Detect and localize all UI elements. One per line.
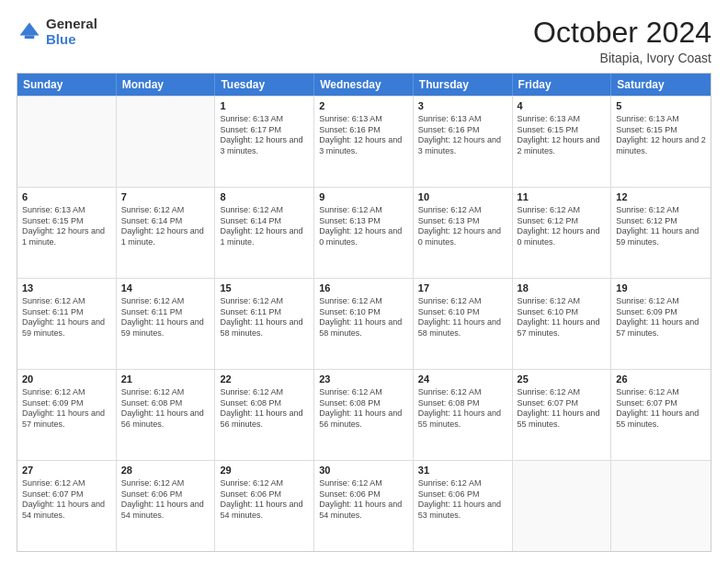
cell-info: Sunrise: 6:12 AM Sunset: 6:08 PM Dayligh… (319, 387, 408, 431)
cell-info: Sunrise: 6:12 AM Sunset: 6:09 PM Dayligh… (22, 387, 111, 431)
weekday-header: Friday (513, 74, 612, 96)
day-number: 25 (518, 373, 607, 386)
day-number: 3 (418, 99, 507, 113)
calendar-cell: 17Sunrise: 6:12 AM Sunset: 6:10 PM Dayli… (414, 279, 513, 369)
cell-info: Sunrise: 6:12 AM Sunset: 6:12 PM Dayligh… (616, 205, 706, 248)
calendar-cell: 28Sunrise: 6:12 AM Sunset: 6:06 PM Dayli… (117, 461, 216, 551)
calendar-cell: 11Sunrise: 6:12 AM Sunset: 6:12 PM Dayli… (513, 188, 612, 278)
day-number: 7 (121, 190, 210, 204)
calendar-cell: 4Sunrise: 6:13 AM Sunset: 6:15 PM Daylig… (513, 97, 612, 187)
day-number: 30 (319, 464, 408, 477)
day-number: 20 (22, 373, 111, 386)
calendar-cell: 30Sunrise: 6:12 AM Sunset: 6:06 PM Dayli… (314, 461, 414, 551)
day-number: 24 (418, 373, 507, 386)
calendar-cell: 26Sunrise: 6:12 AM Sunset: 6:07 PM Dayli… (611, 370, 711, 460)
calendar-cell: 13Sunrise: 6:12 AM Sunset: 6:11 PM Dayli… (17, 279, 117, 369)
calendar-cell: 8Sunrise: 6:12 AM Sunset: 6:14 PM Daylig… (215, 188, 314, 278)
day-number: 22 (220, 373, 309, 386)
cell-info: Sunrise: 6:12 AM Sunset: 6:06 PM Dayligh… (220, 478, 309, 522)
month-title: October 2024 (533, 17, 711, 49)
calendar-cell (17, 97, 117, 187)
day-number: 27 (22, 464, 111, 477)
svg-rect-1 (25, 35, 35, 39)
day-number: 6 (22, 190, 111, 204)
logo-blue: Blue (46, 32, 97, 48)
calendar-cell: 16Sunrise: 6:12 AM Sunset: 6:10 PM Dayli… (314, 279, 414, 369)
day-number: 14 (121, 282, 210, 295)
day-number: 2 (319, 99, 408, 113)
calendar-cell: 6Sunrise: 6:13 AM Sunset: 6:15 PM Daylig… (17, 188, 117, 278)
day-number: 1 (220, 99, 309, 113)
cell-info: Sunrise: 6:12 AM Sunset: 6:13 PM Dayligh… (418, 205, 507, 248)
calendar-row: 20Sunrise: 6:12 AM Sunset: 6:09 PM Dayli… (17, 369, 711, 460)
cell-info: Sunrise: 6:12 AM Sunset: 6:11 PM Dayligh… (22, 296, 111, 339)
logo-general: General (46, 17, 97, 32)
calendar-cell: 22Sunrise: 6:12 AM Sunset: 6:08 PM Dayli… (215, 370, 314, 460)
cell-info: Sunrise: 6:12 AM Sunset: 6:10 PM Dayligh… (418, 296, 507, 339)
day-number: 26 (616, 373, 706, 386)
cell-info: Sunrise: 6:12 AM Sunset: 6:07 PM Dayligh… (616, 387, 706, 431)
svg-marker-0 (20, 22, 40, 35)
weekday-header: Thursday (414, 74, 513, 96)
cell-info: Sunrise: 6:12 AM Sunset: 6:07 PM Dayligh… (518, 387, 607, 431)
day-number: 16 (319, 282, 408, 295)
weekday-header: Tuesday (215, 74, 314, 96)
cell-info: Sunrise: 6:12 AM Sunset: 6:06 PM Dayligh… (319, 478, 408, 522)
day-number: 11 (518, 190, 607, 204)
calendar-cell: 21Sunrise: 6:12 AM Sunset: 6:08 PM Dayli… (117, 370, 216, 460)
calendar-cell: 12Sunrise: 6:12 AM Sunset: 6:12 PM Dayli… (611, 188, 711, 278)
day-number: 8 (220, 190, 309, 204)
calendar-cell: 27Sunrise: 6:12 AM Sunset: 6:07 PM Dayli… (17, 461, 117, 551)
cell-info: Sunrise: 6:13 AM Sunset: 6:16 PM Dayligh… (418, 114, 507, 157)
day-number: 23 (319, 373, 408, 386)
cell-info: Sunrise: 6:12 AM Sunset: 6:06 PM Dayligh… (121, 478, 210, 522)
cell-info: Sunrise: 6:12 AM Sunset: 6:11 PM Dayligh… (220, 296, 309, 339)
calendar-cell (611, 461, 711, 551)
day-number: 9 (319, 190, 408, 204)
cell-info: Sunrise: 6:12 AM Sunset: 6:08 PM Dayligh… (418, 387, 507, 431)
calendar-cell (513, 461, 612, 551)
day-number: 12 (616, 190, 706, 204)
cell-info: Sunrise: 6:12 AM Sunset: 6:11 PM Dayligh… (121, 296, 210, 339)
weekday-header: Wednesday (314, 74, 414, 96)
day-number: 15 (220, 282, 309, 295)
calendar-cell: 20Sunrise: 6:12 AM Sunset: 6:09 PM Dayli… (17, 370, 117, 460)
calendar-cell: 31Sunrise: 6:12 AM Sunset: 6:06 PM Dayli… (414, 461, 513, 551)
calendar-body: 1Sunrise: 6:13 AM Sunset: 6:17 PM Daylig… (17, 96, 711, 551)
cell-info: Sunrise: 6:12 AM Sunset: 6:06 PM Dayligh… (418, 478, 507, 522)
day-number: 17 (418, 282, 507, 295)
page: General Blue October 2024 Bitapia, Ivory… (0, 0, 728, 563)
calendar-row: 27Sunrise: 6:12 AM Sunset: 6:07 PM Dayli… (17, 460, 711, 551)
day-number: 5 (616, 99, 706, 113)
calendar-cell: 29Sunrise: 6:12 AM Sunset: 6:06 PM Dayli… (215, 461, 314, 551)
weekday-header: Saturday (611, 74, 711, 96)
calendar-cell: 7Sunrise: 6:12 AM Sunset: 6:14 PM Daylig… (117, 188, 216, 278)
calendar-cell: 9Sunrise: 6:12 AM Sunset: 6:13 PM Daylig… (314, 188, 414, 278)
title-block: October 2024 Bitapia, Ivory Coast (533, 17, 711, 65)
logo-text: General Blue (46, 17, 97, 47)
cell-info: Sunrise: 6:13 AM Sunset: 6:17 PM Dayligh… (220, 114, 309, 157)
weekday-header: Sunday (17, 74, 117, 96)
calendar-cell: 19Sunrise: 6:12 AM Sunset: 6:09 PM Dayli… (611, 279, 711, 369)
day-number: 19 (616, 282, 706, 295)
day-number: 31 (418, 464, 507, 477)
calendar-cell: 5Sunrise: 6:13 AM Sunset: 6:15 PM Daylig… (611, 97, 711, 187)
calendar-row: 1Sunrise: 6:13 AM Sunset: 6:17 PM Daylig… (17, 96, 711, 187)
cell-info: Sunrise: 6:12 AM Sunset: 6:12 PM Dayligh… (518, 205, 607, 248)
day-number: 29 (220, 464, 309, 477)
cell-info: Sunrise: 6:12 AM Sunset: 6:08 PM Dayligh… (220, 387, 309, 431)
day-number: 13 (22, 282, 111, 295)
calendar-cell: 24Sunrise: 6:12 AM Sunset: 6:08 PM Dayli… (414, 370, 513, 460)
calendar: SundayMondayTuesdayWednesdayThursdayFrid… (17, 73, 711, 552)
weekday-header: Monday (117, 74, 216, 96)
calendar-cell: 3Sunrise: 6:13 AM Sunset: 6:16 PM Daylig… (414, 97, 513, 187)
calendar-cell: 25Sunrise: 6:12 AM Sunset: 6:07 PM Dayli… (513, 370, 612, 460)
calendar-cell (117, 97, 216, 187)
logo-icon (17, 19, 42, 45)
calendar-cell: 1Sunrise: 6:13 AM Sunset: 6:17 PM Daylig… (215, 97, 314, 187)
header: General Blue October 2024 Bitapia, Ivory… (17, 17, 711, 65)
location: Bitapia, Ivory Coast (533, 51, 711, 65)
cell-info: Sunrise: 6:13 AM Sunset: 6:15 PM Dayligh… (22, 205, 111, 248)
cell-info: Sunrise: 6:12 AM Sunset: 6:08 PM Dayligh… (121, 387, 210, 431)
calendar-row: 6Sunrise: 6:13 AM Sunset: 6:15 PM Daylig… (17, 187, 711, 278)
